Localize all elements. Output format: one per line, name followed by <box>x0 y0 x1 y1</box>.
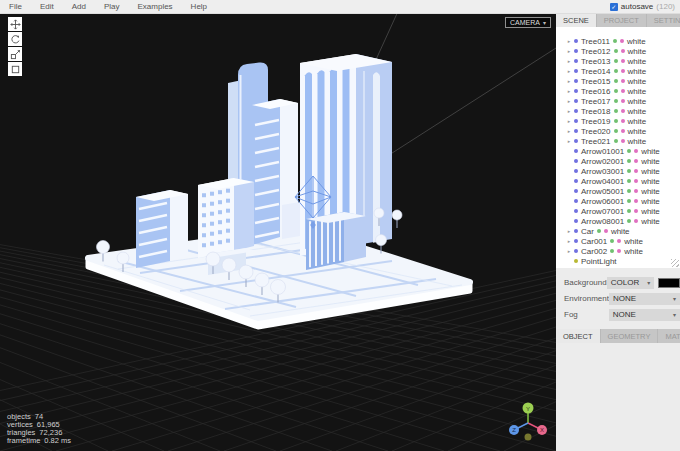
camera-select[interactable]: CAMERA ▾ <box>505 17 551 28</box>
outliner-item-arrow07001[interactable]: Arrow07001white <box>556 206 680 216</box>
material-name: white <box>628 47 647 56</box>
expander-icon[interactable]: ▸ <box>567 78 571 84</box>
outliner-resize-handle[interactable] <box>671 259 679 267</box>
material-type-icon <box>634 179 638 183</box>
object-name: Arrow08001 <box>581 217 624 226</box>
expander-icon[interactable]: ▸ <box>567 58 571 64</box>
menu-help[interactable]: Help <box>182 2 216 11</box>
object-name: Tree021 <box>581 137 611 146</box>
tab-settings[interactable]: SETTINGS <box>647 13 680 27</box>
geometry-type-icon <box>614 89 618 93</box>
outliner-item-tree015[interactable]: ▸Tree015white <box>556 76 680 86</box>
translate-tool-button[interactable] <box>8 17 22 31</box>
scale-icon <box>10 49 21 60</box>
background-select[interactable]: COLOR▾ <box>607 277 655 289</box>
outliner-item-tree012[interactable]: ▸Tree012white <box>556 46 680 56</box>
expander-icon[interactable]: ▸ <box>567 248 571 254</box>
outliner-item-tree021[interactable]: ▸Tree021white <box>556 136 680 146</box>
expander-icon[interactable]: ▸ <box>567 48 571 54</box>
material-name: white <box>641 177 660 186</box>
outliner-item-arrow08001[interactable]: Arrow08001white <box>556 216 680 226</box>
menu-add[interactable]: Add <box>63 2 95 11</box>
geometry-type-icon <box>627 199 631 203</box>
outliner-item-arrow01001[interactable]: Arrow01001white <box>556 146 680 156</box>
outliner-item-tree016[interactable]: ▸Tree016white <box>556 86 680 96</box>
outliner-item-arrow04001[interactable]: Arrow04001white <box>556 176 680 186</box>
outliner-item-pointlight[interactable]: PointLight <box>556 256 680 266</box>
outliner-item-arrow03001[interactable]: Arrow03001white <box>556 166 680 176</box>
menubar: FileEditAddPlayExamplesHelp ✓ autosave (… <box>0 0 680 14</box>
tab-material[interactable]: MATERIAL <box>658 329 680 343</box>
view-helper-gizmo[interactable]: Y X Z <box>506 399 550 447</box>
autosave-checkbox[interactable]: ✓ <box>610 3 618 11</box>
geometry-type-icon <box>610 249 614 253</box>
camera-select-value: CAMERA <box>510 19 540 26</box>
geometry-type-icon <box>627 149 631 153</box>
expander-icon[interactable]: ▸ <box>567 108 571 114</box>
prop-row-environment: EnvironmentNONE▾ <box>564 292 680 305</box>
outliner-item-arrow02001[interactable]: Arrow02001white <box>556 156 680 166</box>
tab-scene[interactable]: SCENE <box>556 13 597 27</box>
outliner-item-arrow05001[interactable]: Arrow05001white <box>556 186 680 196</box>
prop-row-fog: FogNONE▾ <box>564 308 680 321</box>
object-name: Tree016 <box>581 87 611 96</box>
local-space-toggle[interactable] <box>8 62 22 76</box>
object-name: Tree014 <box>581 67 611 76</box>
rotate-tool-button[interactable] <box>8 32 22 46</box>
autosave-control: ✓ autosave (120) <box>610 2 680 11</box>
expander-icon[interactable]: ▸ <box>567 228 571 234</box>
expander-icon[interactable]: ▸ <box>567 138 571 144</box>
tab-object[interactable]: OBJECT <box>556 329 601 343</box>
background-color-swatch[interactable] <box>658 278 680 288</box>
tab-geometry[interactable]: GEOMETRY <box>601 329 659 343</box>
autosave-extra: (120) <box>656 2 675 11</box>
menu-examples[interactable]: Examples <box>128 2 181 11</box>
material-type-icon <box>621 129 625 133</box>
outliner-item-tree019[interactable]: ▸Tree019white <box>556 116 680 126</box>
menu-play[interactable]: Play <box>95 2 129 11</box>
expander-icon[interactable]: ▸ <box>567 38 571 44</box>
material-type-icon <box>604 229 608 233</box>
environment-select[interactable]: NONE▾ <box>609 293 680 305</box>
expander-icon[interactable]: ▸ <box>567 68 571 74</box>
outliner-item-car002[interactable]: ▸Car002white <box>556 246 680 256</box>
outliner-item-tree020[interactable]: ▸Tree020white <box>556 126 680 136</box>
material-name: white <box>628 137 647 146</box>
scale-tool-button[interactable] <box>8 47 22 61</box>
axis-neg-y-dot[interactable] <box>525 434 532 441</box>
expander-icon[interactable]: ▸ <box>567 238 571 244</box>
expander-icon[interactable]: ▸ <box>567 128 571 134</box>
object-name: Arrow03001 <box>581 167 624 176</box>
material-name: white <box>641 217 660 226</box>
expander-icon[interactable]: ▸ <box>567 118 571 124</box>
expander-icon[interactable]: ▸ <box>567 98 571 104</box>
outliner-item-tree014[interactable]: ▸Tree014white <box>556 66 680 76</box>
axis-x-label: X <box>540 427 544 433</box>
outliner-item-arrow06001[interactable]: Arrow06001white <box>556 196 680 206</box>
scene-canvas[interactable] <box>0 13 556 451</box>
geometry-type-icon <box>627 179 631 183</box>
fog-select[interactable]: NONE▾ <box>609 309 680 321</box>
mesh-type-icon <box>574 49 578 53</box>
geometry-type-icon <box>614 59 618 63</box>
expander-icon[interactable]: ▸ <box>567 88 571 94</box>
mesh-type-icon <box>574 129 578 133</box>
outliner-item-car[interactable]: ▸Carwhite <box>556 226 680 236</box>
outliner-item-tree013[interactable]: ▸Tree013white <box>556 56 680 66</box>
geometry-type-icon <box>614 129 618 133</box>
outliner-item-tree011[interactable]: ▸Tree011white <box>556 36 680 46</box>
transform-toolbar <box>8 17 22 76</box>
outliner-item-tree018[interactable]: ▸Tree018white <box>556 106 680 116</box>
viewport[interactable]: CAMERA ▾ objects74vertices61,965triangle… <box>0 13 556 451</box>
material-name: white <box>628 67 647 76</box>
tab-project[interactable]: PROJECT <box>597 13 647 27</box>
mesh-type-icon <box>574 139 578 143</box>
outliner-item-car001[interactable]: ▸Car001white <box>556 236 680 246</box>
mesh-type-icon <box>574 219 578 223</box>
menu-file[interactable]: File <box>0 2 31 11</box>
menu-edit[interactable]: Edit <box>31 2 63 11</box>
object-tabs: OBJECTGEOMETRYMATERIAL <box>556 329 680 343</box>
outliner-item-tree017[interactable]: ▸Tree017white <box>556 96 680 106</box>
menu-list: FileEditAddPlayExamplesHelp <box>0 2 216 11</box>
geometry-type-icon <box>597 229 601 233</box>
